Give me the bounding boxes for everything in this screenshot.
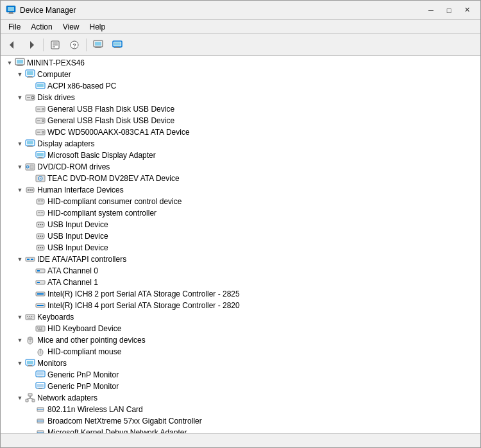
svg-rect-25 (27, 71, 33, 75)
tree-acpi[interactable]: ACPI x86-based PC (1, 80, 480, 92)
tree-hid-mouse[interactable]: HID-compliant mouse (1, 346, 480, 358)
ata0-icon (35, 266, 46, 276)
computer-label: Computer (37, 70, 71, 79)
tree-mice[interactable]: ▼ Mice and other pointing devices (1, 334, 480, 346)
tree-hid-sys[interactable]: HID-compliant system controller (1, 207, 480, 219)
forward-button[interactable] (22, 37, 40, 53)
no-expand-teac (25, 173, 35, 184)
teac-icon (35, 173, 46, 184)
no-expand-broadcom (25, 416, 35, 426)
tree-network[interactable]: ▼ Network adapters (1, 392, 480, 404)
no-expand-usb1 (25, 104, 35, 114)
usb-input-2-label: USB Input Device (47, 232, 108, 241)
help-button[interactable]: ? (65, 37, 83, 53)
status-bar (1, 433, 480, 447)
back-button[interactable] (3, 37, 21, 53)
menu-help[interactable]: Help (85, 21, 111, 33)
kernel-debug-icon (35, 427, 46, 433)
tree-display[interactable]: ▼ Display adapters (1, 138, 480, 150)
no-expand-usb-input1 (25, 220, 35, 230)
svg-point-72 (38, 236, 39, 237)
menu-file[interactable]: File (3, 21, 26, 33)
tree-usb-input-2[interactable]: USB Input Device (1, 230, 480, 242)
tree-keyboards[interactable]: ▼ Keyboards (1, 311, 480, 323)
tree-computer[interactable]: ▼ Computer (1, 69, 480, 80)
monitor-button[interactable] (108, 37, 126, 53)
acpi-label: ACPI x86-based PC (47, 82, 116, 90)
tree-pnp-1[interactable]: Generic PnP Monitor (1, 369, 480, 381)
svg-point-76 (38, 247, 39, 248)
svg-rect-64 (37, 211, 44, 216)
keyboards-label: Keyboards (37, 313, 74, 322)
expand-computer[interactable]: ▼ (15, 69, 25, 80)
expand-dvd[interactable]: ▼ (15, 162, 25, 172)
expand-ide[interactable]: ▼ (15, 254, 25, 264)
expand-hid[interactable]: ▼ (15, 185, 25, 195)
menu-view[interactable]: View (58, 21, 85, 33)
usb-disk-1-icon (35, 104, 46, 114)
svg-rect-17 (114, 42, 121, 46)
expand-display[interactable]: ▼ (15, 139, 25, 149)
no-expand-acpi (25, 81, 35, 91)
tree-ata0[interactable]: ATA Channel 0 (1, 265, 480, 277)
properties-button[interactable] (46, 37, 64, 53)
no-expand-ata1 (25, 277, 35, 288)
tree-dvd[interactable]: ▼ DVD/CD-ROM drives (1, 161, 480, 173)
tree-root[interactable]: ▼ MININT-PEXS46 (1, 57, 480, 69)
tree-ata1[interactable]: ATA Channel 1 (1, 277, 480, 288)
svg-rect-65 (38, 212, 40, 213)
tree-pnp-2[interactable]: Generic PnP Monitor (1, 381, 480, 392)
tree-ich8-4[interactable]: Intel(R) ICH8 4 port Serial ATA Storage … (1, 300, 480, 311)
tree-usb-input-1[interactable]: USB Input Device (1, 219, 480, 230)
expand-network[interactable]: ▼ (15, 393, 25, 403)
tree-hid[interactable]: ▼ Human Interface Devices (1, 184, 480, 196)
svg-point-59 (30, 189, 31, 191)
device-tree[interactable]: ▼ MININT-PEXS46 ▼ (1, 56, 480, 433)
tree-usb-disk-1[interactable]: General USB Flash Disk USB Device (1, 103, 480, 115)
tree-wdc[interactable]: WDC WD5000AAKX-083CA1 ATA Device (1, 126, 480, 138)
close-button[interactable]: ✕ (459, 3, 475, 17)
svg-line-121 (30, 398, 33, 399)
tree-teac[interactable]: TEAC DVD-ROM DV28EV ATA Device (1, 173, 480, 184)
tree-usb-disk-2[interactable]: General USB Flash Disk USB Device (1, 115, 480, 126)
hid-sys-icon (35, 208, 46, 218)
svg-rect-47 (37, 153, 44, 156)
svg-rect-109 (27, 366, 33, 366)
title-bar: Device Manager ─ □ ✕ (1, 1, 480, 20)
tree-hid-keyboard[interactable]: HID Keyboard Device (1, 323, 480, 334)
maximize-button[interactable]: □ (441, 3, 457, 17)
minimize-button[interactable]: ─ (423, 3, 439, 17)
tree-hid-consumer[interactable]: HID-compliant consumer control device (1, 196, 480, 207)
usb-disk-2-label: General USB Flash Disk USB Device (47, 116, 174, 125)
tree-ide[interactable]: ▼ IDE ATA/ATAPI controllers (1, 254, 480, 265)
pnp-1-icon (35, 370, 46, 380)
expand-monitors[interactable]: ▼ (15, 358, 25, 368)
expand-mice[interactable]: ▼ (15, 335, 25, 345)
menu-action[interactable]: Action (26, 21, 57, 33)
wdc-label: WDC WD5000AAKX-083CA1 ATA Device (47, 128, 190, 137)
expand-disk[interactable]: ▼ (15, 92, 25, 103)
wifi-label: 802.11n Wireless LAN Card (47, 405, 143, 414)
tree-kernel-debug[interactable]: Microsoft Kernel Debug Network Adapter (1, 427, 480, 433)
svg-point-58 (28, 189, 29, 191)
tree-msda[interactable]: Microsoft Basic Display Adapter (1, 150, 480, 161)
ich8-4-label: Intel(R) ICH8 4 port Serial ATA Storage … (47, 301, 240, 310)
broadcom-icon (35, 416, 46, 426)
tree-ich8-2[interactable]: Intel(R) ICH8 2 port Serial ATA Storage … (1, 288, 480, 300)
tree-usb-input-3[interactable]: USB Input Device (1, 242, 480, 254)
scan-button[interactable] (89, 37, 107, 53)
svg-rect-85 (37, 282, 40, 283)
tree-broadcom[interactable]: Broadcom NetXtreme 57xx Gigabit Controll… (1, 415, 480, 427)
expand-root[interactable]: ▼ (4, 58, 15, 68)
svg-rect-87 (37, 293, 44, 295)
svg-rect-66 (41, 212, 43, 213)
tree-monitors[interactable]: ▼ Monitors (1, 358, 480, 369)
hid-keyboard-label: HID Keyboard Device (47, 324, 121, 333)
pnp-2-label: Generic PnP Monitor (47, 382, 119, 391)
tree-disk-drives[interactable]: ▼ Disk drives (1, 92, 480, 103)
usb-input-1-icon (35, 220, 46, 230)
no-expand-usb-input2 (25, 231, 35, 241)
expand-keyboards[interactable]: ▼ (15, 312, 25, 322)
tree-wifi[interactable]: 802.11n Wireless LAN Card (1, 404, 480, 415)
svg-rect-15 (95, 47, 101, 48)
